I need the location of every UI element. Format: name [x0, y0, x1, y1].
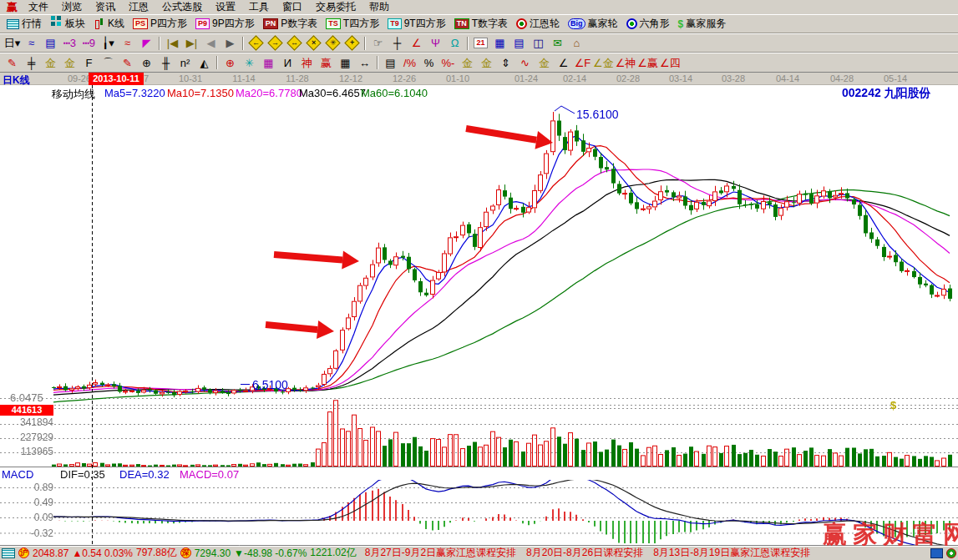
tool-goto-last[interactable]: ▶| [182, 35, 201, 51]
tool-t-square[interactable]: TST四方形 [322, 16, 383, 32]
tool-circle-gann[interactable]: ⊕ [137, 55, 156, 71]
tool-order-cart[interactable]: ⌂ [567, 35, 586, 51]
quotes-grid-icon[interactable] [2, 548, 15, 558]
tool-ying-grid[interactable]: 赢 [317, 55, 336, 71]
tool-ying-angle[interactable]: ∠赢 [636, 55, 659, 71]
tool-arc-grid[interactable]: ⌒ [99, 55, 118, 71]
tool-9t-square[interactable]: T99T四方形 [383, 16, 450, 32]
ma-indicator-title: 移动均线 [52, 87, 95, 102]
tool-f-angle[interactable]: ∠F [573, 55, 592, 71]
tool-gold-angle[interactable]: ∠金 [592, 55, 615, 71]
tool-p-square[interactable]: PSP四方形 [129, 16, 191, 32]
compass-circle-icon: ⊕ [226, 58, 235, 68]
tool-gold-channel[interactable]: 金 [535, 55, 554, 71]
menu-tools[interactable]: 工具 [242, 0, 276, 15]
tool-shift-right-diamond[interactable]: → [266, 35, 285, 51]
tool-compass-circle[interactable]: ⊕ [220, 55, 240, 71]
tool-period-day-selector[interactable]: 日▾ [3, 35, 22, 51]
menu-browse[interactable]: 浏览 [55, 0, 89, 15]
tool-ruler-123[interactable]: ▦ [336, 55, 355, 71]
tool-goto-first[interactable]: |◀ [163, 35, 182, 51]
tool-gold-grid-1[interactable]: 金 [41, 55, 60, 71]
tool-page-prev[interactable]: ◀ [201, 35, 220, 51]
tool-gann-wheel[interactable]: 江恩轮 [512, 16, 564, 32]
tool-expand-all-diamond[interactable]: + [342, 35, 362, 51]
bars-9-icon: ┅9 [83, 38, 95, 48]
tool-gold-line[interactable]: 金 [477, 55, 496, 71]
tool-percent-slash[interactable]: /% [400, 55, 419, 71]
tool-crosshair[interactable]: ┼ [388, 35, 407, 51]
tool-shift-left-diamond[interactable]: ← [246, 35, 266, 51]
tool-shen-angle[interactable]: ∠神 [615, 55, 637, 71]
tool-protractor[interactable]: ◭ [195, 55, 214, 71]
tool-star-grid[interactable]: ✳ [240, 55, 259, 71]
tool-page-next[interactable]: ▶ [220, 35, 240, 51]
tool-k-mark[interactable]: И [278, 55, 297, 71]
percent-line-icon: %- [442, 58, 455, 68]
date-tick: 03-28 [722, 73, 745, 83]
tool-overlay-waves[interactable]: ≈ [22, 35, 41, 51]
tool-body-tool[interactable]: Ψ [426, 35, 445, 51]
tool-draw-brush[interactable]: ✎ [3, 55, 22, 71]
tool-9p-square[interactable]: P99P四方形 [191, 16, 259, 32]
page-next-icon: ▶ [226, 38, 235, 48]
tool-drag-hand[interactable]: ☞ [368, 35, 388, 51]
tool-trend-wave-red[interactable]: ≈ [118, 35, 137, 51]
menu-file[interactable]: 文件 [22, 0, 55, 15]
tool-j-angle[interactable]: ∠ [554, 55, 573, 71]
tool-candle-style-selector[interactable]: ╽▾ [99, 35, 118, 51]
tool-compress-x-diamond[interactable]: × [304, 35, 323, 51]
tool-brush-2[interactable]: ✎ [118, 55, 137, 71]
tool-si-angle[interactable]: ∠四 [659, 55, 682, 71]
tool-notes[interactable]: ▤ [509, 35, 529, 51]
tool-n-squared[interactable]: n² [175, 55, 195, 71]
tool-web-mail[interactable]: ✉ [548, 35, 567, 51]
tool-stats-table[interactable]: ▤ [381, 55, 400, 71]
tool-percent-line[interactable]: %- [438, 55, 458, 71]
tool-p-number[interactable]: PNP数字表 [259, 16, 322, 32]
menu-gann[interactable]: 江恩 [122, 0, 155, 15]
menu-help[interactable]: 帮助 [362, 0, 396, 15]
menu-news[interactable]: 资讯 [89, 0, 122, 15]
menu-stock-picker[interactable]: 公式选股 [155, 0, 209, 15]
tool-save[interactable]: ◫ [529, 35, 548, 51]
draw-brush-icon: ✎ [8, 58, 17, 68]
gold-grid-1-icon: 金 [45, 58, 56, 68]
tool-bars-3[interactable]: ┅3 [60, 35, 79, 51]
tool-sectors[interactable]: 板块 [46, 16, 89, 32]
gold-angle-icon: ∠金 [593, 58, 614, 68]
tool-price-needle[interactable]: ⇕ [496, 55, 515, 71]
angle-measure-icon: ∠ [412, 38, 422, 48]
tool-f-grid[interactable]: F [79, 55, 99, 71]
tool-kline[interactable]: K线 [89, 16, 129, 32]
tool-wave-avg[interactable]: ∿ [515, 55, 535, 71]
tool-knot-tool[interactable]: Ω [445, 35, 464, 51]
tool-percent[interactable]: % [419, 55, 438, 71]
tool-winner-wheel[interactable]: Big赢家轮 [564, 16, 622, 32]
tool-hexagon[interactable]: 六角形 [622, 16, 674, 32]
ma-label-0: Ma5=7.3220 [104, 87, 165, 99]
tool-t-number[interactable]: TNT数字表 [450, 16, 512, 32]
tool-shen-grid[interactable]: 神 [297, 55, 317, 71]
tool-bars-9[interactable]: ┅9 [79, 35, 99, 51]
tool-flag-histogram[interactable]: ◤ [137, 35, 156, 51]
j-angle-icon: ∠ [559, 58, 569, 68]
tool-gold-grid-2[interactable]: 金 [60, 55, 79, 71]
tool-expand-x-diamond[interactable]: ↔ [285, 35, 304, 51]
menu-trading[interactable]: 交易委托 [309, 0, 362, 15]
tool-quotes[interactable]: 行情 [3, 16, 46, 32]
menu-window[interactable]: 窗口 [276, 0, 309, 15]
menu-settings[interactable]: 设置 [209, 0, 242, 15]
tool-width-arrows[interactable]: ↔ [355, 55, 374, 71]
tool-calendar[interactable]: 21 [471, 35, 490, 51]
tool-info-panel[interactable]: ▤ [41, 35, 60, 51]
gold-grid-2-icon: 金 [64, 58, 75, 68]
tool-winner-service[interactable]: $赢家服务 [674, 16, 731, 32]
tool-compress-all-diamond[interactable]: ✳ [323, 35, 342, 51]
tool-calculator[interactable]: ▦ [490, 35, 509, 51]
tool-gann-grid[interactable]: ╪ [22, 55, 41, 71]
tool-grid-small[interactable]: ╫ [156, 55, 175, 71]
tool-web-grid[interactable]: ▦ [259, 55, 278, 71]
tool-gold-circle[interactable]: 金 [458, 55, 477, 71]
tool-angle-measure[interactable]: ∠ [407, 35, 426, 51]
